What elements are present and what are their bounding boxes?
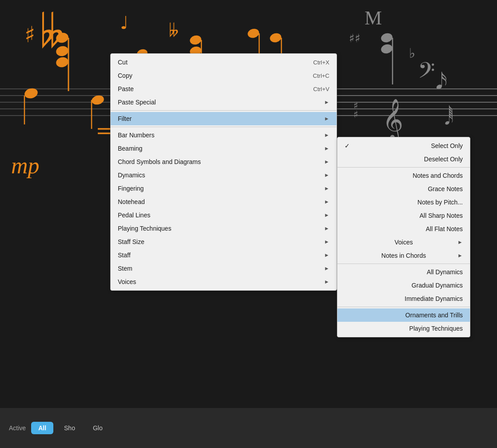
playing-techniques-label: Playing Techniques (118, 225, 171, 232)
menu-item-beaming[interactable]: Beaming ► (111, 142, 337, 155)
all-button[interactable]: All (31, 422, 53, 434)
svg-text:M: M (365, 7, 382, 29)
pedal-lines-label: Pedal Lines (118, 212, 150, 219)
svg-text:♩: ♩ (120, 13, 128, 33)
stem-label: Stem (118, 265, 132, 272)
copy-label: Copy (118, 72, 132, 79)
menu-item-pedal-lines[interactable]: Pedal Lines ► (111, 208, 337, 222)
beaming-label: Beaming (118, 145, 142, 152)
pedal-lines-arrow: ► (324, 212, 329, 218)
select-only-label: Select Only (431, 142, 463, 149)
menu-item-fingering[interactable]: Fingering ► (111, 182, 337, 195)
dynamics-label: Dynamics (118, 172, 145, 179)
menu-item-copy[interactable]: Copy Ctrl+C (111, 69, 337, 82)
chord-symbols-arrow: ► (324, 159, 329, 165)
menu-item-paste[interactable]: Paste Ctrl+V (111, 82, 337, 96)
submenu-playing-techniques[interactable]: Playing Techniques (337, 322, 470, 335)
svg-point-15 (189, 34, 202, 46)
menu-item-cut[interactable]: Cut Ctrl+X (111, 56, 337, 69)
immediate-dynamics-label: Immediate Dynamics (405, 295, 463, 302)
active-label: Active (9, 424, 26, 432)
dynamics-arrow: ► (324, 172, 329, 178)
submenu-ornaments-and-trills[interactable]: Ornaments and Trills (337, 308, 470, 322)
submenu-notes-and-chords[interactable]: Notes and Chords (337, 169, 470, 182)
submenu-notes-by-pitch[interactable]: Notes by Pitch... (337, 196, 470, 209)
separator-2 (111, 127, 337, 127)
voices-label: Voices (118, 278, 136, 285)
filter-submenu: ✓ Select Only Deselect Only Notes and Ch… (337, 137, 470, 337)
svg-text:mp: mp (11, 153, 40, 178)
paste-special-arrow: ► (324, 99, 329, 105)
menu-item-voices[interactable]: Voices ► (111, 275, 337, 288)
submenu-all-flat-notes[interactable]: All Flat Notes (337, 222, 470, 236)
menu-item-paste-special[interactable]: Paste Special ► (111, 96, 337, 109)
submenu-select-only[interactable]: ✓ Select Only (337, 139, 470, 152)
svg-point-19 (269, 32, 282, 44)
voices-arrow: ► (324, 279, 329, 285)
submenu-notes-in-chords[interactable]: Notes in Chords ► (337, 249, 470, 262)
menu-item-dynamics[interactable]: Dynamics ► (111, 168, 337, 182)
all-sharp-notes-label: All Sharp Notes (420, 212, 463, 219)
svg-point-26 (380, 32, 393, 44)
context-menu: Cut Ctrl+X Copy Ctrl+C Paste Ctrl+V Past… (110, 53, 337, 291)
staff-size-label: Staff Size (118, 238, 144, 245)
svg-text:♯: ♯ (24, 22, 35, 47)
bar-numbers-arrow: ► (324, 132, 329, 138)
all-dynamics-label: All Dynamics (427, 268, 463, 276)
paste-label: Paste (118, 85, 134, 92)
submenu-immediate-dynamics[interactable]: Immediate Dynamics (337, 292, 470, 305)
deselect-only-check (345, 156, 352, 163)
playing-techniques-submenu-label: Playing Techniques (409, 325, 463, 332)
bar-numbers-label: Bar Numbers (118, 132, 154, 139)
svg-point-18 (247, 28, 260, 39)
menu-item-chord-symbols[interactable]: Chord Symbols and Diagrams ► (111, 155, 337, 168)
filter-arrow: ► (324, 116, 329, 122)
copy-shortcut: Ctrl+C (313, 72, 329, 79)
beaming-arrow: ► (324, 145, 329, 152)
submenu-grace-notes[interactable]: Grace Notes (337, 182, 470, 196)
cut-label: Cut (118, 59, 128, 66)
filter-label: Filter (118, 115, 132, 122)
context-menu-wrapper: Cut Ctrl+X Copy Ctrl+C Paste Ctrl+V Past… (110, 53, 470, 337)
paste-shortcut: Ctrl+V (313, 86, 329, 92)
submenu-separator-3 (337, 307, 470, 307)
playing-techniques-arrow: ► (324, 225, 329, 232)
svg-text:𝄫: 𝄫 (40, 9, 64, 53)
global-button[interactable]: Glo (86, 422, 110, 434)
fingering-label: Fingering (118, 185, 144, 192)
menu-item-playing-techniques[interactable]: Playing Techniques ► (111, 222, 337, 235)
submenu-separator-2 (337, 264, 470, 264)
submenu-all-dynamics[interactable]: All Dynamics (337, 265, 470, 279)
staff-arrow: ► (324, 252, 329, 258)
ornaments-and-trills-label: Ornaments and Trills (405, 312, 463, 319)
submenu-deselect-only[interactable]: Deselect Only (337, 152, 470, 166)
menu-item-staff[interactable]: Staff ► (111, 248, 337, 262)
menu-item-staff-size[interactable]: Staff Size ► (111, 235, 337, 248)
grace-notes-label: Grace Notes (428, 185, 463, 192)
gradual-dynamics-label: Gradual Dynamics (412, 282, 463, 289)
cut-shortcut: Ctrl+X (313, 59, 329, 66)
menu-item-notehead[interactable]: Notehead ► (111, 195, 337, 208)
menu-item-stem[interactable]: Stem ► (111, 262, 337, 275)
short-button[interactable]: Sho (57, 422, 82, 434)
stem-arrow: ► (324, 265, 329, 272)
notes-in-chords-arrow: ► (457, 252, 463, 259)
submenu-voices[interactable]: Voices ► (337, 236, 470, 249)
menu-item-filter[interactable]: Filter ► (111, 112, 337, 125)
fingering-arrow: ► (324, 185, 329, 192)
submenu-all-sharp-notes[interactable]: All Sharp Notes (337, 209, 470, 222)
svg-text:𝄫: 𝄫 (169, 21, 179, 39)
chord-symbols-label: Chord Symbols and Diagrams (118, 158, 201, 165)
svg-text:♯♯: ♯♯ (349, 32, 361, 45)
voices-submenu-arrow: ► (457, 239, 463, 245)
submenu-gradual-dynamics[interactable]: Gradual Dynamics (337, 279, 470, 292)
staff-label: Staff (118, 252, 131, 259)
notehead-arrow: ► (324, 199, 329, 205)
notes-by-pitch-label: Notes by Pitch... (417, 199, 463, 206)
bottom-bar: Active All Sho Glo (0, 408, 497, 448)
voices-submenu-label: Voices (394, 239, 413, 246)
paste-special-label: Paste Special (118, 99, 156, 106)
notes-and-chords-label: Notes and Chords (413, 172, 463, 179)
deselect-only-label: Deselect Only (424, 156, 463, 163)
menu-item-bar-numbers[interactable]: Bar Numbers ► (111, 128, 337, 142)
